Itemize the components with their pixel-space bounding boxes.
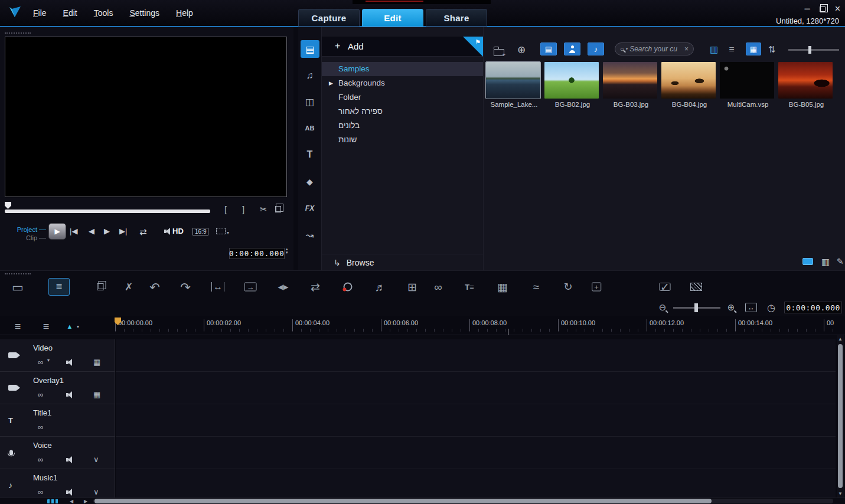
tab-edit[interactable]: Edit [362, 9, 423, 27]
search-clear-icon[interactable]: × [684, 45, 689, 53]
sound-mixer-icon[interactable]: ♬ [375, 282, 386, 293]
expand-arrow-icon[interactable]: ▶ [329, 76, 333, 90]
track-header-music[interactable]: ♪ Music1 ∞ ∨ [0, 469, 115, 498]
link-dropdown-icon[interactable]: ▾ [47, 358, 50, 363]
search-box[interactable]: ○ ▾ × [615, 42, 694, 55]
insert-clip-icon[interactable]: → [244, 283, 257, 292]
add-icon[interactable]: + [335, 41, 340, 51]
panel-grip[interactable] [5, 32, 31, 34]
import-media-icon[interactable] [494, 49, 504, 56]
system-volume-icon[interactable] [164, 228, 172, 235]
repeat-icon[interactable]: ⇄ [139, 227, 147, 237]
mute-track-icon[interactable] [66, 391, 74, 398]
mask-pattern-icon[interactable] [690, 283, 702, 291]
motion-path-category-icon[interactable]: ↝ [306, 230, 314, 241]
track-manager-icon[interactable]: ≡ [43, 320, 50, 333]
aspect-ratio-badge[interactable]: 16:9 [193, 228, 208, 235]
timeline-timecode[interactable]: 0:00:00.000 [784, 302, 842, 313]
link-icon[interactable]: ∞ [38, 423, 43, 431]
menu-settings[interactable]: Settings [129, 8, 159, 18]
trim-start-handle[interactable] [5, 202, 11, 209]
go-end-icon[interactable]: ▶| [119, 227, 127, 235]
customize-tools-icon[interactable]: ✗ [125, 282, 133, 292]
track-header-overlay[interactable]: Overlay1 ∞ ▦ [0, 372, 115, 404]
timecode-spinner[interactable]: ▴ ▾ [286, 247, 288, 254]
track-header-voice[interactable]: Voice ∞ ∨ [0, 437, 115, 469]
media-item[interactable]: MultiCam.vsp [720, 62, 776, 108]
view-list-icon[interactable]: ≡ [729, 44, 734, 55]
sync-refresh-icon[interactable]: ↻ [563, 282, 572, 292]
scroll-right-icon[interactable]: ▶ [84, 499, 87, 504]
collapse-track-icon[interactable]: ∨ [93, 455, 99, 464]
add-marker-icon[interactable]: ▲ [67, 323, 73, 330]
collapse-track-icon[interactable]: ∨ [93, 487, 99, 496]
search-input[interactable] [629, 45, 683, 53]
media-thumbnail[interactable] [544, 62, 599, 99]
spin-down-icon[interactable]: ▾ [286, 251, 288, 254]
link-icon[interactable]: ∞ [38, 455, 43, 464]
scroll-down-icon[interactable]: ▼ [838, 491, 843, 496]
clip-mode-label[interactable]: Clip [12, 234, 46, 242]
scrub-bar[interactable] [5, 210, 210, 213]
split-clip-icon[interactable]: ✂ [260, 204, 267, 215]
menu-edit[interactable]: Edit [63, 8, 77, 18]
transition-category-icon[interactable]: ◫ [305, 96, 314, 107]
close-icon[interactable]: × [835, 5, 840, 13]
next-frame-icon[interactable]: ▶ [104, 227, 110, 235]
library-item-misc[interactable]: שונות [322, 133, 483, 147]
swap-tracks-icon[interactable]: ⇄ [311, 282, 320, 293]
clock-icon[interactable]: ◷ [767, 302, 775, 313]
media-thumbnail[interactable] [603, 62, 657, 99]
title-track-lane[interactable] [116, 404, 836, 437]
media-category-icon[interactable]: ▤ [301, 40, 319, 58]
zoom-out-icon[interactable]: ⊖ [659, 302, 667, 313]
play-button[interactable]: ▶ [48, 223, 66, 240]
scroll-left-icon[interactable]: ◀ [70, 499, 73, 504]
timeline-zoom-slider[interactable] [673, 307, 720, 309]
media-item[interactable]: BG-B03.jpg [603, 62, 659, 108]
copy-icon[interactable] [97, 283, 104, 290]
media-item[interactable]: BG-B02.jpg [544, 62, 601, 108]
marker-dropdown-icon[interactable]: ▾ [77, 324, 79, 329]
preview-window-toggle-icon[interactable] [802, 258, 813, 265]
split-icon[interactable]: ◀|▶ [278, 284, 288, 290]
media-item[interactable]: BG-B05.jpg [778, 62, 834, 108]
vertical-scroll-thumb[interactable] [838, 344, 843, 488]
library-item-countdown[interactable]: ספירה לאחור [322, 104, 483, 119]
track-grid-icon[interactable]: ▦ [93, 358, 100, 366]
link-icon[interactable]: ∞ [38, 358, 43, 366]
filter-audio-button[interactable]: ♪ [588, 42, 604, 55]
timeline-zoom-thumb[interactable] [694, 303, 698, 312]
track-header-title[interactable]: T Title1 ∞ [0, 404, 115, 437]
mute-track-icon[interactable] [66, 359, 74, 366]
timeline-view-icon[interactable]: ≡ [48, 278, 70, 296]
panel-grip[interactable] [5, 273, 31, 274]
library-item-samples[interactable]: Samples [322, 62, 483, 76]
browse-button[interactable]: ↳ Browse [322, 254, 483, 270]
motion-tracking-icon[interactable]: ≈ [533, 282, 539, 293]
fit-project-icon[interactable]: ↔ [211, 282, 224, 292]
minimize-icon[interactable]: ─ [804, 5, 810, 13]
track-header-video[interactable]: Video ∞ ▾ ▦ [0, 339, 115, 372]
previous-frame-icon[interactable]: ◀ [89, 227, 94, 235]
link-icon[interactable]: ∞ [38, 487, 43, 496]
overlay-category-icon[interactable]: ◆ [306, 177, 313, 186]
color-grading-icon[interactable] [344, 283, 353, 292]
undo-icon[interactable]: ↶ [149, 281, 160, 293]
grid-editor-icon[interactable]: ▦ [497, 282, 508, 293]
menu-file[interactable]: File [33, 8, 47, 18]
mark-out-icon[interactable]: ] [242, 204, 244, 214]
sort-icon[interactable]: ⇅ [768, 44, 776, 55]
media-item[interactable]: BG-B04.jpg [661, 62, 717, 108]
panel-layout-icon[interactable]: ▥ [821, 257, 830, 267]
marquee-dropdown-icon[interactable]: ▾ [227, 230, 229, 235]
track-list-icon[interactable]: ≡ [15, 320, 21, 333]
preview-timecode[interactable]: 0:00:00.000 [229, 248, 285, 259]
media-item[interactable]: Sample_Lake... [486, 62, 542, 108]
project-mode-label[interactable]: Project [12, 225, 46, 234]
horizontal-scroll-thumb[interactable] [94, 499, 712, 503]
timeline-horizontal-scrollbar[interactable]: ◀ ▶ [0, 498, 845, 504]
blend-clips-icon[interactable]: ∞ [434, 282, 442, 293]
view-thumbnail-button[interactable]: ▦ [746, 42, 761, 55]
library-item-folder[interactable]: Folder [322, 90, 483, 104]
